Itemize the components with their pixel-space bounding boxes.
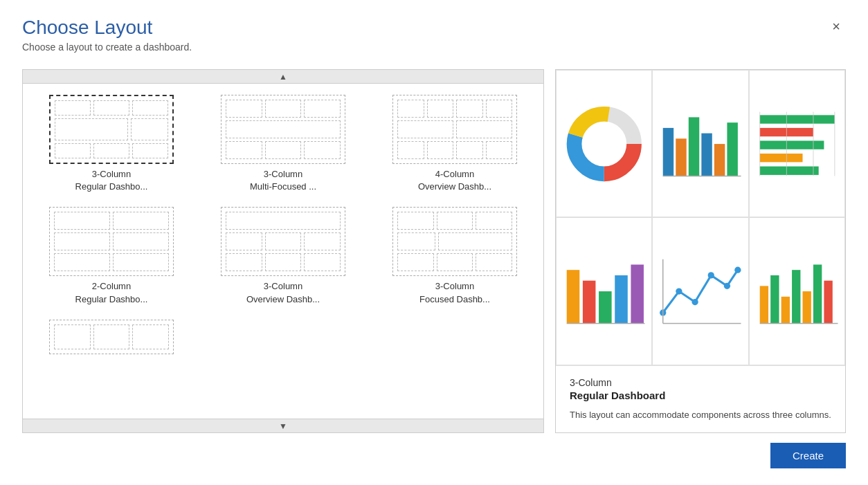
layout-label-3col-multifocused: 3-ColumnMulti-Focused ... [250, 168, 316, 193]
svg-rect-15 [759, 154, 802, 162]
detail-layout-name: Regular Dashboard [570, 390, 831, 401]
layout-label-3col-focused: 3-ColumnFocused Dashb... [419, 280, 490, 305]
detail-chart-1 [556, 70, 652, 217]
layout-item-3col-regular[interactable]: 3-ColumnRegular Dashbo... [28, 92, 195, 196]
svg-rect-22 [583, 280, 596, 323]
dialog-footer: Create [22, 433, 846, 468]
svg-rect-7 [689, 117, 699, 176]
dialog-title: Choose Layout [22, 17, 192, 39]
svg-rect-8 [702, 133, 712, 176]
svg-rect-37 [781, 297, 789, 324]
svg-point-30 [708, 272, 714, 278]
layout-item-3col-overview[interactable]: 3-ColumnOverview Dashb... [200, 204, 366, 308]
layout-preview-3col-focused [392, 207, 517, 276]
choose-layout-dialog: Choose Layout Choose a layout to create … [0, 0, 868, 485]
table-chart-svg [754, 78, 840, 210]
detail-chart-2 [652, 70, 748, 217]
svg-rect-36 [770, 275, 779, 324]
scroll-down-button[interactable]: ▼ [23, 419, 543, 432]
layout-picker: ▲ 3-ColumnRegular Dashbo... [22, 69, 544, 433]
bar-chart-svg [658, 78, 743, 210]
layout-preview-2col-regular [49, 207, 174, 276]
create-button[interactable]: Create [770, 443, 846, 468]
layout-item-3col-multifocused[interactable]: 3-ColumnMulti-Focused ... [200, 92, 366, 196]
svg-point-31 [724, 283, 730, 289]
detail-preview [556, 70, 845, 365]
detail-chart-6 [749, 217, 845, 365]
svg-point-32 [734, 266, 741, 273]
dialog-header: Choose Layout Choose a layout to create … [22, 17, 846, 53]
layout-item-3col-focused[interactable]: 3-ColumnFocused Dashb... [372, 204, 538, 308]
layout-item-4col-overview[interactable]: 4-ColumnOverview Dashb... [372, 92, 538, 196]
dialog-title-area: Choose Layout Choose a layout to create … [22, 17, 192, 53]
svg-rect-40 [813, 264, 821, 323]
layout-label-3col-overview: 3-ColumnOverview Dashb... [246, 280, 320, 305]
line-chart-svg [658, 226, 743, 357]
layout-detail: 3-Column Regular Dashboard This layout c… [555, 69, 846, 433]
svg-rect-23 [599, 291, 612, 323]
svg-rect-5 [663, 127, 673, 176]
svg-rect-25 [631, 264, 644, 323]
layout-scroll-area: 3-ColumnRegular Dashbo... 3-ColumnMulti-… [23, 84, 543, 419]
layout-preview-extra1 [49, 320, 174, 354]
layout-item-extra1[interactable] [28, 317, 195, 361]
layout-label-2col-regular: 2-ColumnRegular Dashbo... [75, 280, 148, 305]
svg-rect-9 [714, 144, 725, 176]
layout-preview-4col-overview [392, 95, 517, 164]
svg-rect-38 [792, 270, 800, 323]
layout-item-2col-regular[interactable]: 2-ColumnRegular Dashbo... [28, 204, 195, 308]
detail-chart-5 [652, 217, 748, 365]
svg-rect-35 [759, 286, 768, 323]
svg-rect-10 [727, 122, 738, 176]
detail-layout-desc: This layout can accommodate components a… [570, 408, 831, 422]
svg-rect-41 [824, 280, 832, 323]
svg-rect-39 [802, 291, 811, 323]
scroll-up-button[interactable]: ▲ [23, 70, 543, 84]
svg-rect-12 [759, 115, 834, 123]
svg-point-28 [676, 288, 682, 294]
close-button[interactable]: × [826, 17, 846, 36]
layout-preview-3col-multifocused [221, 95, 345, 164]
svg-rect-6 [676, 138, 686, 176]
svg-rect-24 [615, 275, 628, 324]
mixed-bar-svg [754, 226, 840, 357]
detail-info: 3-Column Regular Dashboard This layout c… [556, 365, 845, 433]
detail-layout-type: 3-Column [570, 377, 831, 388]
layout-preview-3col-regular [49, 95, 174, 164]
layout-preview-3col-overview [221, 207, 345, 276]
svg-point-4 [589, 129, 619, 158]
svg-rect-16 [759, 166, 818, 174]
layout-label-4col-overview: 4-ColumnOverview Dashb... [418, 168, 491, 193]
svg-rect-14 [759, 140, 824, 149]
dialog-subtitle: Choose a layout to create a dashboard. [22, 42, 192, 53]
donut-chart-svg [561, 78, 647, 210]
svg-rect-21 [567, 270, 580, 323]
detail-chart-4 [556, 217, 652, 365]
bar-chart-2-svg [561, 226, 647, 357]
dialog-body: ▲ 3-ColumnRegular Dashbo... [22, 69, 846, 433]
layout-label-3col-regular: 3-ColumnRegular Dashbo... [75, 168, 148, 193]
detail-chart-3 [749, 70, 845, 217]
svg-point-29 [692, 299, 698, 305]
